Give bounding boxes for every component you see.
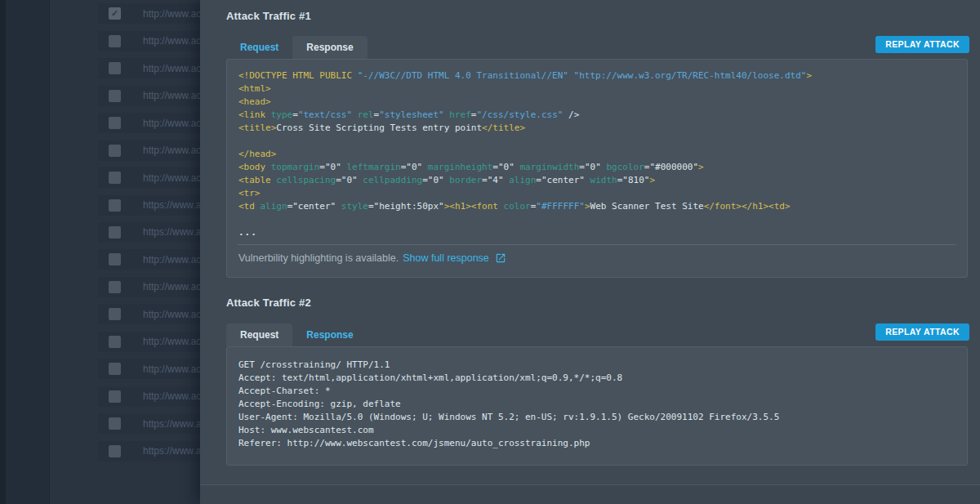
row-checkbox[interactable] xyxy=(109,199,121,212)
code-line: Accept-Encoding: gzip, deflate xyxy=(238,398,956,411)
url-row-band: http://www.acn xyxy=(98,167,200,188)
attack-traffic-1-title: Attack Traffic #1 xyxy=(226,10,311,22)
row-checkbox[interactable] xyxy=(109,253,121,265)
code-line: <!DOCTYPE HTML PUBLIC "-//W3C//DTD HTML … xyxy=(238,69,956,83)
url-row: http://www.acn xyxy=(0,27,200,54)
code-line xyxy=(238,213,956,226)
attack-traffic-1-tabs: Request Response xyxy=(226,36,368,59)
url-text[interactable]: https://www.ac xyxy=(143,418,200,430)
code-line: Referer: http://www.webscantest.com/jsme… xyxy=(238,437,956,450)
url-row: http://www.acn xyxy=(0,383,200,410)
url-row: http://www.acn xyxy=(0,55,200,82)
url-row-band: https://www.ac xyxy=(98,413,200,434)
url-text[interactable]: http://www.acn xyxy=(143,145,200,156)
url-text[interactable]: https://www.ac xyxy=(143,199,200,211)
row-checkbox[interactable] xyxy=(109,308,121,320)
url-text[interactable]: http://www.acn xyxy=(143,281,200,292)
code-line: ... xyxy=(238,226,956,239)
code-line: <td align="center" style="height:50px"><… xyxy=(238,200,956,213)
code-line: <body topmargin="0" leftmargin="0" margi… xyxy=(238,161,956,174)
row-checkbox[interactable] xyxy=(109,417,121,430)
url-row-band: http://www.acn xyxy=(98,249,200,270)
show-full-response-link[interactable]: Show full response xyxy=(403,252,489,264)
code-line: <html> xyxy=(238,83,956,96)
row-checkbox[interactable] xyxy=(109,117,121,129)
url-row: https://www.ac xyxy=(0,191,200,218)
code-line: </head> xyxy=(238,148,956,161)
url-text[interactable]: http://www.acn xyxy=(143,172,200,184)
url-list: ✓http://www.acnhttp://www.acnhttp://www.… xyxy=(0,0,200,465)
url-row-band: http://www.acn xyxy=(98,277,200,297)
url-row-band: http://www.acn xyxy=(98,58,200,78)
url-row: http://www.acn xyxy=(0,136,200,163)
url-row-band: http://www.acn xyxy=(98,113,200,133)
row-checkbox[interactable] xyxy=(109,145,121,157)
url-row-band: http://www.acn xyxy=(98,86,200,106)
code-line: <tr> xyxy=(238,187,956,200)
url-text[interactable]: http://www.acn xyxy=(143,364,200,375)
code-line: <table cellspacing="0" cellpadding="0" b… xyxy=(238,174,956,187)
url-text[interactable]: http://www.acn xyxy=(143,35,200,47)
url-row-band: http://www.acn xyxy=(98,332,200,352)
code-line: Host: www.webscantest.com xyxy=(238,424,956,437)
response-code: <!DOCTYPE HTML PUBLIC "-//W3C//DTD HTML … xyxy=(227,60,967,239)
code-line: <head> xyxy=(238,96,956,109)
row-checkbox[interactable] xyxy=(109,445,121,457)
url-text[interactable]: http://www.acn xyxy=(143,309,200,320)
replay-attack-button-2[interactable]: REPLAY ATTACK xyxy=(875,323,969,341)
url-row-band: https://www.ac xyxy=(98,222,200,243)
url-row: http://www.acn xyxy=(0,301,200,328)
url-text[interactable]: http://www.acn xyxy=(143,390,200,402)
response-code-box: <!DOCTYPE HTML PUBLIC "-//W3C//DTD HTML … xyxy=(226,59,968,278)
url-text[interactable]: https://www.ac xyxy=(143,445,200,457)
url-row-band: https://www.ac xyxy=(98,195,200,216)
url-row: http://www.acn xyxy=(0,355,200,382)
row-checkbox[interactable] xyxy=(109,226,121,239)
url-row: http://www.acn xyxy=(0,82,200,109)
url-row: http://www.acn xyxy=(0,274,200,301)
url-row-band: ✓http://www.acn xyxy=(98,3,200,24)
replay-attack-button-1[interactable]: REPLAY ATTACK xyxy=(875,36,969,53)
url-text[interactable]: http://www.acn xyxy=(143,90,200,101)
url-row: https://www.ac xyxy=(0,219,200,246)
url-row: https://www.ac xyxy=(0,438,200,465)
code-line: Accept-Charset: * xyxy=(238,385,956,398)
tab-request-2[interactable]: Request xyxy=(226,323,292,346)
row-checkbox[interactable] xyxy=(109,172,121,184)
row-checkbox[interactable] xyxy=(109,62,121,74)
request-code: GET /crosstraining/ HTTP/1.1Accept: text… xyxy=(227,347,967,450)
code-line: GET /crosstraining/ HTTP/1.1 xyxy=(238,359,956,372)
url-text[interactable]: http://www.acn xyxy=(143,63,200,74)
open-in-new-icon[interactable] xyxy=(495,252,506,264)
row-checkbox-checked[interactable]: ✓ xyxy=(109,7,121,20)
row-checkbox[interactable] xyxy=(109,363,121,375)
attack-traffic-2-tabs: Request Response xyxy=(226,323,368,346)
attack-traffic-2-title: Attack Traffic #2 xyxy=(226,297,311,309)
url-text[interactable]: http://www.acn xyxy=(143,8,200,20)
code-line: User-Agent: Mozilla/5.0 (Windows; U; Win… xyxy=(238,411,956,424)
url-row-band: http://www.acn xyxy=(98,359,200,379)
url-text[interactable]: http://www.acn xyxy=(143,254,200,265)
row-checkbox[interactable] xyxy=(109,336,121,348)
url-row: https://www.ac xyxy=(0,410,200,437)
row-checkbox[interactable] xyxy=(109,281,121,293)
row-checkbox[interactable] xyxy=(109,35,121,47)
vulnerability-note: Vulnerbility highlighting is available. xyxy=(238,252,399,264)
tab-request-1[interactable]: Request xyxy=(226,36,292,59)
response-footer: Vulnerbility highlighting is available. … xyxy=(227,245,967,271)
row-checkbox[interactable] xyxy=(109,90,121,102)
row-checkbox[interactable] xyxy=(109,390,121,403)
code-line: Accept: text/html,application/xhtml+xml,… xyxy=(238,372,956,385)
url-row: http://www.acn xyxy=(0,109,200,136)
url-row: http://www.acn xyxy=(0,246,200,273)
url-text[interactable]: http://www.acn xyxy=(143,336,200,347)
panel-footer-divider xyxy=(200,484,980,504)
url-row: http://www.acn xyxy=(0,328,200,355)
attack-traffic-panel: Attack Traffic #1 Request Response REPLA… xyxy=(200,0,980,504)
url-text[interactable]: https://www.ac xyxy=(143,226,200,238)
tab-response-1[interactable]: Response xyxy=(292,36,367,59)
url-text[interactable]: http://www.acn xyxy=(143,118,200,129)
url-row: http://www.acn xyxy=(0,164,200,191)
code-line: <title>Cross Site Scripting Tests entry … xyxy=(238,122,956,135)
tab-response-2[interactable]: Response xyxy=(292,323,367,346)
